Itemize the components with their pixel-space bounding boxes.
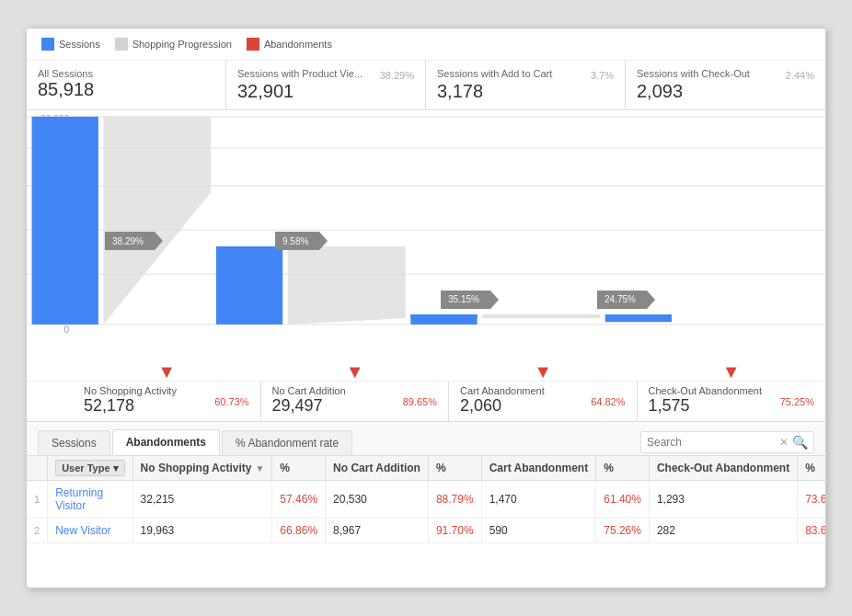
search-box: ✕ 🔍	[640, 431, 814, 453]
legend: Sessions Shopping Progression Abandonmen…	[27, 29, 825, 61]
metric-checkout-value: 2,093	[637, 81, 814, 102]
metric-checkout-label: Sessions with Check-Out 2.44%	[637, 68, 814, 81]
down-arrow-2: ▼	[261, 362, 450, 381]
svg-rect-11	[410, 314, 477, 318]
metric-add-to-cart-value: 3,178	[437, 81, 614, 102]
no-cart-1: 8,967	[326, 519, 429, 543]
metric-product-views-label: Sessions with Product Vie... 38.29%	[237, 68, 414, 81]
abandon-checkout-label: Check-Out Abandonment	[649, 385, 815, 396]
legend-progression: Shopping Progression	[115, 38, 232, 51]
cart-abandon-pct-0: 61.40%	[596, 481, 650, 519]
sessions-swatch	[41, 38, 54, 51]
th-no-cart: No Cart Addition	[326, 456, 429, 481]
th-cart-abandon-pct: %	[596, 456, 650, 481]
tab-abandonment-rate[interactable]: % Abandonment rate	[222, 430, 352, 455]
abandon-no-shopping-pct: 60.73%	[214, 396, 248, 407]
metric-add-to-cart: Sessions with Add to Cart 3.7% 3,178	[426, 61, 626, 109]
no-shopping-sort[interactable]: No Shopping Activity ▼	[141, 462, 265, 474]
user-type-dropdown[interactable]: User Type ▾	[55, 460, 124, 476]
data-table: User Type ▾ No Shopping Activity ▼ % No …	[27, 456, 825, 587]
chart-area: All Sessions 85,918 Sessions with Produc…	[27, 61, 825, 422]
abandon-cart-pct: 64.82%	[591, 396, 625, 407]
metric-add-to-cart-label: Sessions with Add to Cart 3.7%	[437, 68, 614, 81]
checkout-abandon-0: 1,293	[649, 481, 797, 519]
metrics-row: All Sessions 85,918 Sessions with Produc…	[27, 61, 825, 110]
metric-product-views-pct: 38.29%	[380, 70, 414, 81]
progression-swatch	[115, 38, 128, 51]
th-checkout-abandon: Check-Out Abandonment	[649, 456, 797, 481]
sort-down-icon: ▼	[255, 463, 264, 473]
search-icon[interactable]: 🔍	[792, 435, 808, 450]
th-no-shopping: No Shopping Activity ▼	[132, 456, 272, 481]
user-type-1[interactable]: New Visitor	[48, 519, 132, 543]
abandon-cart-value: 2,060	[460, 396, 501, 415]
abandon-no-cart-label: No Cart Addition	[272, 385, 438, 396]
metric-all-sessions-label: All Sessions	[38, 68, 214, 79]
no-cart-0: 20,530	[326, 481, 429, 519]
metric-checkout-pct: 2.44%	[786, 70, 814, 81]
metric-add-to-cart-pct: 3.7%	[591, 70, 614, 81]
down-arrow-4: ▼	[638, 362, 826, 381]
abandon-cart: Cart Abandonment 2,060 64.82%	[449, 382, 638, 421]
tab-bar: Sessions Abandonments % Abandonment rate…	[27, 422, 825, 456]
th-no-shopping-pct: %	[272, 456, 326, 481]
checkout-abandon-pct-0: 73.63%	[798, 481, 825, 519]
th-row-num	[27, 456, 48, 481]
cart-abandon-1: 590	[481, 519, 596, 543]
abandon-no-shopping: No Shopping Activity 52,178 60.73%	[73, 382, 261, 421]
svg-marker-7	[103, 117, 211, 325]
sessions-label: Sessions	[59, 39, 100, 50]
metric-product-views: Sessions with Product Vie... 38.29% 32,9…	[226, 61, 426, 109]
funnel-chart: 38.29% 9.58%	[27, 110, 825, 362]
metric-all-sessions-value: 85,918	[38, 79, 214, 100]
cart-abandon-0: 1,470	[481, 481, 596, 519]
down-arrow-3: ▼	[449, 362, 638, 381]
abandon-no-cart-value: 29,497	[272, 396, 323, 415]
abandon-no-cart-pct: 89.65%	[403, 396, 437, 407]
abandon-no-cart: No Cart Addition 29,497 89.65%	[261, 382, 450, 421]
row-num-1: 2	[27, 519, 48, 543]
main-window: Sessions Shopping Progression Abandonmen…	[26, 28, 826, 588]
no-shopping-pct-1: 66.86%	[272, 519, 326, 543]
svg-marker-9	[288, 246, 406, 325]
funnel-svg	[27, 110, 825, 362]
search-clear-icon[interactable]: ✕	[779, 436, 789, 449]
metric-product-views-value: 32,901	[237, 81, 414, 102]
abandon-no-shopping-value: 52,178	[84, 396, 134, 415]
svg-rect-13	[605, 314, 672, 322]
abandon-checkout: Check-Out Abandonment 1,575 75.25%	[638, 382, 826, 421]
no-shopping-0: 32,215	[132, 481, 272, 519]
table-body: 1 Returning Visitor 32,215 57.46% 20,530…	[27, 481, 825, 543]
tab-abandonments[interactable]: Abandonments	[112, 429, 220, 455]
row-num-0: 1	[27, 481, 48, 519]
checkout-abandon-pct-1: 83.68%	[798, 519, 825, 543]
table-header: User Type ▾ No Shopping Activity ▼ % No …	[27, 456, 825, 481]
cart-abandon-pct-1: 75.26%	[596, 519, 650, 543]
abandonments-swatch	[247, 38, 259, 51]
svg-marker-12	[482, 314, 600, 318]
metric-all-sessions: All Sessions 85,918	[27, 61, 226, 109]
down-arrow-1: ▼	[73, 362, 261, 381]
user-type-0[interactable]: Returning Visitor	[48, 481, 132, 519]
no-shopping-1: 19,963	[132, 519, 272, 543]
svg-rect-8	[216, 246, 282, 325]
table-row: 1 Returning Visitor 32,215 57.46% 20,530…	[27, 481, 825, 519]
svg-rect-6	[32, 117, 98, 325]
th-no-cart-pct: %	[428, 456, 481, 481]
legend-sessions: Sessions	[41, 38, 100, 51]
abandon-checkout-pct: 75.25%	[780, 396, 814, 407]
results-table: User Type ▾ No Shopping Activity ▼ % No …	[27, 456, 825, 543]
th-user-type: User Type ▾	[48, 456, 132, 481]
tab-sessions[interactable]: Sessions	[38, 430, 110, 455]
abandonment-metrics-row: No Shopping Activity 52,178 60.73% No Ca…	[27, 381, 825, 421]
checkout-abandon-1: 282	[649, 519, 797, 543]
th-checkout-abandon-pct: %	[798, 456, 825, 481]
th-cart-abandon: Cart Abandonment	[481, 456, 596, 481]
search-input[interactable]	[647, 436, 776, 449]
no-cart-pct-1: 91.70%	[428, 519, 481, 543]
no-cart-pct-0: 88.79%	[428, 481, 481, 519]
abandon-no-shopping-label: No Shopping Activity	[84, 385, 249, 396]
no-shopping-pct-0: 57.46%	[272, 481, 326, 519]
metric-checkout: Sessions with Check-Out 2.44% 2,093	[626, 61, 825, 109]
abandon-cart-label: Cart Abandonment	[460, 385, 626, 396]
